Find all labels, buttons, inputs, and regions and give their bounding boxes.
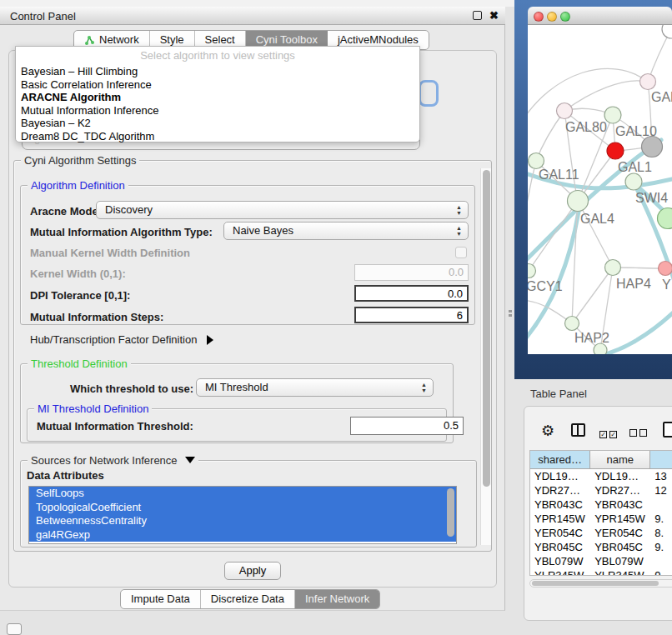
network-edge[interactable] [536, 111, 564, 161]
gear-icon[interactable]: ⚙ [541, 422, 554, 440]
algorithm-option[interactable]: Bayesian – K2 [16, 117, 419, 130]
attribute-item[interactable]: gal4RGexp [29, 528, 456, 542]
sources-title-label: Sources for Network Inference [31, 454, 178, 467]
which-threshold-combo[interactable]: MI Threshold ▲▼ [196, 378, 434, 397]
float-icon[interactable] [473, 11, 482, 20]
panel-divider-grip[interactable] [509, 310, 513, 318]
network-window-titlebar[interactable] [528, 7, 672, 25]
hub-definition-label: Hub/Transcription Factor Definition [30, 333, 197, 346]
mi-threshold-field[interactable]: 0.5 [350, 417, 464, 435]
table-cell: YDR27… [590, 483, 650, 498]
which-threshold-value: MI Threshold [205, 381, 268, 393]
hub-definition-toggle[interactable]: Hub/Transcription Factor Definition [30, 333, 213, 346]
zoom-traffic-light[interactable] [560, 12, 570, 22]
algorithm-option[interactable]: Basic Correlation Inference [16, 78, 419, 92]
table-row[interactable]: YDR27…YDR27…12 [530, 483, 672, 498]
bottom-tabs: Impute Data Discretize Data Infer Networ… [120, 589, 380, 609]
column-header-extra[interactable] [650, 451, 672, 468]
table-hscrollbar-thumb[interactable] [532, 581, 659, 586]
table-row[interactable]: YER054CYER054C8. [530, 526, 672, 540]
network-node-gal11[interactable] [529, 153, 544, 169]
settings-scrollbar[interactable] [480, 168, 491, 545]
network-node[interactable] [662, 25, 672, 38]
network-edge[interactable] [572, 201, 578, 323]
algorithm-option[interactable]: ARACNE Algorithm [16, 91, 419, 104]
deselect-all-columns-icon[interactable] [629, 427, 649, 439]
aracne-mode-value: Discovery [105, 203, 153, 216]
network-edge[interactable] [578, 201, 613, 268]
select-all-columns-icon[interactable]: ✓✓ [599, 427, 619, 439]
network-node[interactable] [594, 343, 607, 354]
algorithm-combo-focus-ring[interactable] [419, 80, 439, 107]
network-node-gal80[interactable] [557, 103, 573, 119]
tab-impute-data[interactable]: Impute Data [121, 590, 201, 608]
control-panel-title: Control Panel [10, 10, 76, 22]
table-row[interactable]: YBR043CYBR043C [530, 498, 672, 512]
attributes-scrollbar-thumb[interactable] [447, 488, 454, 537]
which-threshold-label: Which threshold to use: [70, 382, 193, 395]
table-cell: YDL19… [590, 469, 650, 483]
split-columns-icon[interactable] [571, 423, 585, 437]
minimize-traffic-light[interactable] [547, 12, 557, 22]
chevron-down-icon [185, 457, 195, 463]
table-row[interactable]: YLR345WYLR345W9. [530, 568, 672, 576]
network-node-y[interactable] [659, 262, 672, 276]
table-cell: 9. [650, 540, 672, 554]
mini-panel-icon[interactable] [7, 623, 22, 635]
sources-group-title[interactable]: Sources for Network Inference [28, 454, 198, 467]
tab-infer-network[interactable]: Infer Network [295, 590, 379, 608]
manual-kernel-checkbox[interactable] [455, 247, 467, 258]
network-node-hap4[interactable] [605, 260, 621, 276]
network-edge[interactable] [529, 201, 578, 271]
threshold-definition-title: Threshold Definition [28, 358, 131, 370]
table-header-row: shared… name [530, 451, 672, 469]
algorithm-option[interactable]: Bayesian – Hill Climbing [16, 65, 419, 78]
attribute-item[interactable]: BetweennessCentrality [29, 514, 456, 528]
mi-type-combo[interactable]: Naive Bayes ▲▼ [223, 222, 469, 240]
table-cell: YBR043C [530, 498, 590, 512]
network-edge[interactable] [572, 268, 613, 323]
column-header-name[interactable]: name [590, 451, 650, 468]
network-node-gal4[interactable] [568, 191, 589, 212]
data-attributes-list: SelfLoopsTopologicalCoefficientBetweenne… [28, 486, 457, 544]
mi-steps-field[interactable]: 6 [354, 307, 469, 323]
dpi-tolerance-field[interactable]: 0.0 [354, 285, 469, 302]
table-cell: YDR27… [530, 483, 590, 498]
settings-group-title: Cyni Algorithm Settings [21, 154, 139, 167]
network-node-hap2[interactable] [565, 317, 579, 331]
network-node-gcy1[interactable] [528, 264, 536, 278]
table-row[interactable]: YDL19…YDL19…13 [530, 469, 672, 483]
algorithm-option[interactable]: Dream8 DC_TDC Algorithm [16, 130, 419, 143]
apply-button[interactable]: Apply [224, 562, 281, 580]
column-header-shared[interactable]: shared… [530, 451, 590, 468]
node-label: HAP2 [574, 331, 609, 345]
network-node-gal[interactable] [640, 74, 656, 90]
network-node[interactable] [642, 137, 663, 158]
aracne-mode-combo[interactable]: Discovery ▲▼ [96, 201, 469, 219]
attribute-item[interactable]: SelfLoops [29, 487, 456, 501]
table-hscrollbar[interactable] [529, 579, 672, 588]
attribute-item[interactable]: TopologicalCoefficient [29, 501, 456, 515]
settings-scrollbar-thumb[interactable] [483, 170, 490, 487]
mi-type-label: Mutual Information Algorithm Type: [30, 226, 213, 238]
network-edge[interactable] [528, 68, 648, 125]
document-icon[interactable] [663, 422, 672, 438]
network-node-swi4[interactable] [625, 173, 642, 190]
close-icon[interactable]: ✖ [489, 9, 499, 22]
network-canvas[interactable]: GALGAL80GAL10GAL1GAL11SWI4GAL4HAP4YGCY1H… [528, 25, 672, 354]
table-body: YDL19…YDL19…13YDR27…YDR27…12YBR043CYBR04… [530, 469, 672, 576]
network-node-gal10[interactable] [604, 107, 621, 123]
dpi-tolerance-label: DPI Tolerance [0,1]: [30, 289, 130, 302]
table-row[interactable]: YBR045CYBR045C9. [530, 540, 672, 554]
close-traffic-light[interactable] [534, 12, 544, 22]
algorithm-option[interactable]: Mutual Information Inference [16, 104, 419, 118]
network-edge[interactable] [564, 81, 648, 111]
table-row[interactable]: YBL079WYBL079W [530, 554, 672, 568]
network-node-gal1[interactable] [607, 142, 624, 159]
node-label: GCY1 [528, 279, 563, 293]
kernel-width-label: Kernel Width (0,1): [30, 268, 126, 280]
kernel-width-field[interactable]: 0.0 [354, 264, 469, 281]
network-node[interactable] [658, 208, 672, 229]
table-row[interactable]: YPR145WYPR145W9. [530, 512, 672, 526]
tab-discretize-data[interactable]: Discretize Data [201, 590, 295, 608]
